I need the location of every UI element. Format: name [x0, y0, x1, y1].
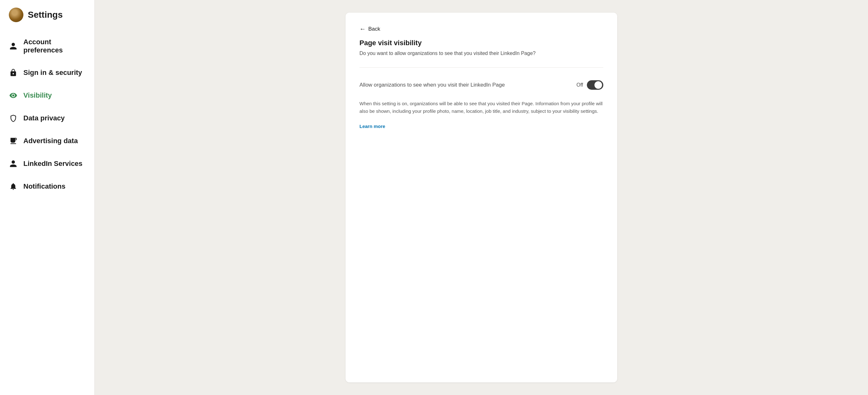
- sidebar: Settings Account preferences Sign in & s…: [0, 0, 95, 395]
- sidebar-nav: Account preferences Sign in & security V…: [0, 28, 94, 200]
- back-button-label: Back: [368, 26, 380, 32]
- sidebar-item-account-preferences[interactable]: Account preferences: [0, 31, 94, 61]
- sidebar-item-data-privacy[interactable]: Data privacy: [0, 107, 94, 129]
- sidebar-item-label-visibility: Visibility: [23, 91, 52, 99]
- sidebar-item-sign-in-security[interactable]: Sign in & security: [0, 61, 94, 84]
- avatar: [9, 8, 23, 22]
- toggle-knob: [594, 81, 602, 89]
- back-arrow-icon: ←: [360, 25, 366, 33]
- person-icon: [9, 42, 18, 51]
- sidebar-item-label-sign-in-security: Sign in & security: [23, 68, 82, 77]
- card-title: Page visit visibility: [360, 39, 603, 47]
- sidebar-item-label-account-preferences: Account preferences: [23, 38, 86, 54]
- toggle-label: Allow organizations to see when you visi…: [360, 82, 505, 88]
- back-button[interactable]: ← Back: [360, 25, 380, 39]
- sidebar-item-label-notifications: Notifications: [23, 182, 65, 190]
- sidebar-item-linkedin-services[interactable]: LinkedIn Services: [0, 152, 94, 175]
- page-title: Settings: [28, 10, 63, 20]
- lock-icon: [9, 68, 18, 77]
- card-description: Do you want to allow organizations to se…: [360, 50, 603, 57]
- sidebar-header: Settings: [0, 0, 94, 28]
- sidebar-item-visibility[interactable]: Visibility: [0, 84, 94, 107]
- toggle-state-label: Off: [577, 82, 583, 88]
- toggle-right: Off: [577, 80, 603, 90]
- sidebar-item-advertising-data[interactable]: Advertising data: [0, 129, 94, 152]
- info-text: When this setting is on, organizations w…: [360, 100, 603, 130]
- main-content: ← Back Page visit visibility Do you want…: [95, 0, 868, 395]
- bell-icon: [9, 182, 18, 191]
- ad-icon: [9, 136, 18, 145]
- toggle-row: Allow organizations to see when you visi…: [360, 78, 603, 97]
- sidebar-item-label-advertising-data: Advertising data: [23, 137, 78, 145]
- divider: [360, 67, 603, 68]
- content-card: ← Back Page visit visibility Do you want…: [346, 13, 617, 382]
- eye-icon: [9, 91, 18, 100]
- toggle-switch[interactable]: [587, 80, 603, 90]
- sidebar-item-notifications[interactable]: Notifications: [0, 175, 94, 198]
- sidebar-item-label-linkedin-services: LinkedIn Services: [23, 159, 83, 168]
- shield-icon: [9, 114, 18, 123]
- sidebar-item-label-data-privacy: Data privacy: [23, 114, 65, 122]
- learn-more-link[interactable]: Learn more: [360, 124, 385, 129]
- services-icon: [9, 159, 18, 168]
